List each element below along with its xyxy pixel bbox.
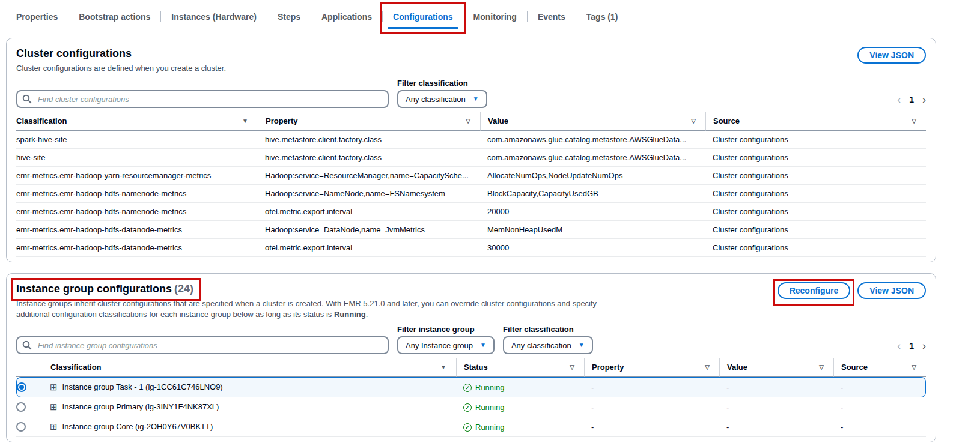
cluster-search-input[interactable] (16, 90, 389, 108)
instance-group-pagination: ‹ 1 › (897, 340, 926, 354)
instance-group-filter-select[interactable]: Any Instance group ▼ (397, 336, 495, 354)
filter-triangle-icon[interactable]: ▽ (466, 118, 470, 124)
cell-property: Hadoop:service=NameNode,name=FSNamesyste… (258, 185, 480, 203)
cell-classification: spark-hive-site (16, 131, 258, 149)
table-row[interactable]: spark-hive-site hive.metastore.client.fa… (16, 131, 926, 149)
cell-source: Cluster configurations (705, 221, 926, 239)
column-header-classification[interactable]: Classification▼ (43, 358, 456, 377)
instance-group-configurations-panel: Instance group configurations(24) Instan… (6, 273, 936, 442)
cell-status: ✓Running (456, 397, 584, 417)
tab-properties[interactable]: Properties (6, 5, 68, 29)
cluster-configurations-table: Classification▼ Property▽ Value▽ Source▽… (16, 112, 926, 257)
expand-icon[interactable]: ⊞ (50, 382, 58, 392)
tab-steps[interactable]: Steps (267, 5, 311, 29)
check-circle-icon: ✓ (463, 384, 472, 392)
cell-value: BlockCapacity,CapacityUsedGB (480, 185, 705, 203)
tab-tags[interactable]: Tags (1) (576, 5, 628, 29)
radio-button[interactable] (16, 402, 26, 412)
cluster-pagination: ‹ 1 › (897, 94, 926, 108)
pagination-page-number[interactable]: 1 (909, 95, 914, 104)
caret-down-icon: ▼ (473, 96, 479, 102)
cell-source: Cluster configurations (705, 149, 926, 167)
column-header-value[interactable]: Value▽ (719, 358, 833, 377)
column-header-label: Source (713, 116, 740, 125)
filter-triangle-icon[interactable]: ▽ (912, 118, 916, 124)
filter-triangle-icon[interactable]: ▼ (440, 364, 446, 370)
filter-triangle-icon[interactable]: ▼ (242, 118, 248, 124)
column-header-value[interactable]: Value▽ (480, 112, 705, 131)
instance-group-name: Instance group Task - 1 (ig-1CC61C746LNO… (62, 382, 223, 391)
description-text: . (366, 310, 368, 319)
caret-down-icon: ▼ (579, 342, 585, 348)
instance-group-search-box (16, 336, 389, 354)
search-icon (22, 340, 32, 350)
table-row[interactable]: emr-metrics.emr-hadoop-hdfs-namenode-met… (16, 185, 926, 203)
tab-bootstrap-actions[interactable]: Bootstrap actions (68, 5, 160, 29)
column-header-label: Value (488, 116, 508, 125)
cell-value: - (719, 397, 833, 417)
table-row[interactable]: ⊞Instance group Core (ig-2OH0Y67V0BKTT) … (16, 417, 926, 437)
column-header-property[interactable]: Property▽ (258, 112, 480, 131)
title-text: Instance group configurations (16, 283, 172, 295)
filter-instance-group-label: Filter instance group (397, 325, 495, 334)
cell-property: - (584, 377, 719, 397)
pagination-next-button[interactable]: › (922, 94, 926, 105)
radio-button[interactable] (16, 422, 26, 432)
table-row[interactable]: ⊞Instance group Primary (ig-3INY1F4NK87X… (16, 397, 926, 417)
column-header-source[interactable]: Source▽ (833, 358, 926, 377)
classification-filter-select[interactable]: Any classification ▼ (397, 90, 487, 108)
status-badge: ✓Running (463, 403, 504, 412)
classification-filter-select[interactable]: Any classification ▼ (503, 336, 593, 354)
table-row[interactable]: ⊞Instance group Task - 1 (ig-1CC61C746LN… (16, 377, 926, 397)
view-json-button[interactable]: View JSON (857, 47, 926, 64)
cell-source: Cluster configurations (705, 185, 926, 203)
cell-property: otel.metric.export.interval (258, 239, 480, 257)
expand-icon[interactable]: ⊞ (50, 402, 58, 412)
pagination-prev-button[interactable]: ‹ (897, 94, 901, 105)
tab-applications[interactable]: Applications (311, 5, 382, 29)
pagination-prev-button[interactable]: ‹ (897, 340, 901, 351)
instance-group-search-input[interactable] (16, 336, 389, 354)
tab-monitoring[interactable]: Monitoring (463, 5, 527, 29)
table-row[interactable]: hive-site hive.metastore.client.factory.… (16, 149, 926, 167)
column-header-source[interactable]: Source▽ (705, 112, 926, 131)
description-bold-text: Running (334, 310, 366, 319)
filter-triangle-icon[interactable]: ▽ (570, 364, 574, 370)
status-label: Running (475, 423, 504, 432)
cell-select (16, 417, 43, 437)
emr-configurations-page: Properties Bootstrap actions Instances (… (0, 0, 980, 443)
cluster-configurations-title: Cluster configurations (16, 47, 226, 60)
table-row[interactable]: emr-metrics.emr-hadoop-hdfs-datanode-met… (16, 239, 926, 257)
filter-triangle-icon[interactable]: ▽ (691, 118, 696, 124)
filter-triangle-icon[interactable]: ▽ (912, 364, 916, 370)
cell-classification: emr-metrics.emr-hadoop-yarn-resourcemana… (16, 167, 258, 185)
table-row[interactable]: emr-metrics.emr-hadoop-hdfs-namenode-met… (16, 203, 926, 221)
tab-instances-hardware[interactable]: Instances (Hardware) (161, 5, 267, 29)
reconfigure-button[interactable]: Reconfigure (778, 282, 851, 299)
pagination-next-button[interactable]: › (922, 340, 926, 351)
tab-configurations[interactable]: Configurations (383, 5, 463, 29)
column-header-status[interactable]: Status▽ (456, 358, 584, 377)
filter-triangle-icon[interactable]: ▽ (705, 364, 710, 370)
radio-button[interactable] (17, 382, 26, 392)
cell-property: hive.metastore.client.factory.class (258, 149, 480, 167)
table-row[interactable]: emr-metrics.emr-hadoop-yarn-resourcemana… (16, 167, 926, 185)
column-header-property[interactable]: Property▽ (584, 358, 719, 377)
check-circle-icon: ✓ (463, 423, 472, 432)
expand-icon[interactable]: ⊞ (50, 421, 58, 432)
table-row[interactable]: emr-metrics.emr-hadoop-hdfs-datanode-met… (16, 221, 926, 239)
status-badge: ✓Running (463, 423, 504, 432)
cell-classification: hive-site (16, 149, 258, 167)
pagination-page-number[interactable]: 1 (909, 341, 914, 351)
filter-triangle-icon[interactable]: ▽ (819, 364, 824, 370)
column-header-classification[interactable]: Classification▼ (16, 112, 258, 131)
cell-source: - (833, 397, 926, 417)
view-json-button[interactable]: View JSON (857, 282, 926, 299)
status-badge: ✓Running (463, 383, 504, 392)
tab-events[interactable]: Events (528, 5, 576, 29)
classification-filter-value: Any classification (511, 341, 571, 350)
cell-value: com.amazonaws.glue.catalog.metastore.AWS… (480, 131, 705, 149)
cell-property: - (584, 397, 719, 417)
cell-property: Hadoop:service=DataNode,name=JvmMetrics (258, 221, 480, 239)
cell-value: 30000 (480, 239, 705, 257)
